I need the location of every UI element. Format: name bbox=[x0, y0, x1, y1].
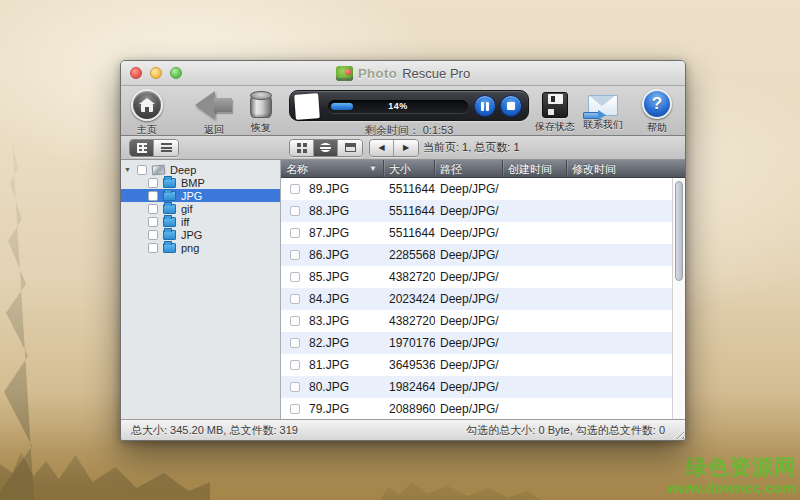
row-checkbox[interactable] bbox=[290, 228, 300, 238]
table-row[interactable]: 79.JPG 2088960 Deep/JPG/ bbox=[281, 398, 685, 419]
table-row[interactable]: 89.JPG 5511644 Deep/JPG/ bbox=[281, 178, 685, 200]
pause-button[interactable] bbox=[474, 95, 496, 117]
file-path: Deep/JPG/ bbox=[435, 248, 503, 262]
column-header-modified[interactable]: 修改时间 bbox=[567, 160, 685, 177]
file-path: Deep/JPG/ bbox=[435, 358, 503, 372]
drive-icon bbox=[152, 164, 166, 175]
tree-item-bmp[interactable]: BMP bbox=[121, 176, 280, 189]
folder-tree-panel[interactable]: ▼ Deep BMP JPG gif bbox=[121, 160, 281, 419]
tree-item-gif[interactable]: gif bbox=[121, 202, 280, 215]
file-name: 88.JPG bbox=[309, 204, 349, 218]
tree-item-label: JPG bbox=[181, 229, 202, 241]
table-row[interactable]: 84.JPG 2023424 Deep/JPG/ bbox=[281, 288, 685, 310]
row-checkbox[interactable] bbox=[290, 184, 300, 194]
scrollbar-thumb[interactable] bbox=[675, 181, 683, 281]
tree-item-jpg2[interactable]: JPG bbox=[121, 228, 280, 241]
column-header-path[interactable]: 路径 bbox=[435, 160, 503, 177]
row-checkbox[interactable] bbox=[290, 382, 300, 392]
status-bar: 总大小: 345.20 MB, 总文件数: 319 勾选的总大小: 0 Byte… bbox=[121, 419, 685, 440]
table-row[interactable]: 85.JPG 4382720 Deep/JPG/ bbox=[281, 266, 685, 288]
file-name: 85.JPG bbox=[309, 270, 349, 284]
resize-grip[interactable] bbox=[673, 428, 684, 439]
file-size: 2023424 bbox=[384, 292, 435, 306]
row-checkbox[interactable] bbox=[290, 294, 300, 304]
main-content: ▼ Deep BMP JPG gif bbox=[121, 160, 685, 419]
file-name: 80.JPG bbox=[309, 380, 349, 394]
grid-view-icon bbox=[297, 143, 307, 153]
tree-item-png[interactable]: png bbox=[121, 241, 280, 254]
file-name: 81.JPG bbox=[309, 358, 349, 372]
restore-button[interactable]: 恢复 bbox=[249, 86, 273, 135]
tree-checkbox[interactable] bbox=[148, 243, 158, 253]
save-state-button[interactable]: 保存状态 bbox=[535, 86, 575, 134]
tree-item-iff[interactable]: iff bbox=[121, 215, 280, 228]
row-checkbox[interactable] bbox=[290, 338, 300, 348]
help-question-icon: ? bbox=[642, 89, 672, 119]
tree-checkbox[interactable] bbox=[148, 217, 158, 227]
file-size: 1970176 bbox=[384, 336, 435, 350]
title-bar[interactable]: Photo Rescue Pro bbox=[121, 61, 685, 86]
save-state-label: 保存状态 bbox=[535, 120, 575, 134]
table-row[interactable]: 81.JPG 3649536 Deep/JPG/ bbox=[281, 354, 685, 376]
minimize-button[interactable] bbox=[150, 67, 162, 79]
table-row[interactable]: 87.JPG 5511644 Deep/JPG/ bbox=[281, 222, 685, 244]
vertical-scrollbar[interactable] bbox=[672, 178, 685, 419]
close-button[interactable] bbox=[130, 67, 142, 79]
help-label: 帮助 bbox=[647, 121, 667, 135]
home-button[interactable]: 主页 bbox=[131, 86, 163, 137]
tree-item-deep[interactable]: ▼ Deep bbox=[121, 163, 280, 176]
tree-checkbox[interactable] bbox=[148, 204, 158, 214]
prev-page-button[interactable]: ◀ bbox=[370, 140, 394, 156]
column-header-created[interactable]: 创建时间 bbox=[503, 160, 567, 177]
window-title: Photo Rescue Pro bbox=[336, 66, 470, 81]
file-path: Deep/JPG/ bbox=[435, 182, 503, 196]
tree-view-toggle[interactable] bbox=[130, 140, 154, 156]
contact-us-label: 联系我们 bbox=[583, 118, 623, 132]
tree-checkbox[interactable] bbox=[148, 230, 158, 240]
next-page-button[interactable]: ▶ bbox=[394, 140, 418, 156]
tree-checkbox[interactable] bbox=[137, 165, 147, 175]
row-checkbox[interactable] bbox=[290, 360, 300, 370]
help-button[interactable]: ? 帮助 bbox=[642, 86, 672, 135]
row-checkbox[interactable] bbox=[290, 206, 300, 216]
row-checkbox[interactable] bbox=[290, 316, 300, 326]
file-size: 5511644 bbox=[384, 182, 435, 196]
back-label: 返回 bbox=[204, 123, 224, 137]
row-checkbox[interactable] bbox=[290, 404, 300, 414]
column-header-size[interactable]: 大小 bbox=[384, 160, 435, 177]
back-button[interactable]: 返回 bbox=[193, 86, 235, 137]
thumbnail-view-toggle[interactable] bbox=[290, 140, 314, 156]
progress-bar: 14% bbox=[328, 100, 468, 113]
preview-view-toggle[interactable] bbox=[338, 140, 362, 156]
tree-item-jpg-selected[interactable]: JPG bbox=[121, 189, 280, 202]
file-size: 1982464 bbox=[384, 380, 435, 394]
zoom-button[interactable] bbox=[170, 67, 182, 79]
title-rest-text: Rescue Pro bbox=[402, 66, 470, 81]
preview-view-icon bbox=[345, 143, 356, 152]
list-view-toggle[interactable] bbox=[154, 140, 178, 156]
file-size: 3649536 bbox=[384, 358, 435, 372]
selected-size-label: 勾选的总大小: 0 Byte, 勾选的总文件数: 0 bbox=[466, 423, 665, 438]
tree-checkbox[interactable] bbox=[148, 191, 158, 201]
table-row[interactable]: 86.JPG 2285568 Deep/JPG/ bbox=[281, 244, 685, 266]
tree-checkbox[interactable] bbox=[148, 178, 158, 188]
table-row[interactable]: 82.JPG 1970176 Deep/JPG/ bbox=[281, 332, 685, 354]
file-size: 2088960 bbox=[384, 402, 435, 416]
column-header-name[interactable]: 名称 ▼ bbox=[281, 160, 384, 177]
page-nav-segment: ◀ ▶ bbox=[369, 139, 419, 157]
file-path: Deep/JPG/ bbox=[435, 270, 503, 284]
disclosure-triangle-icon[interactable]: ▼ bbox=[124, 166, 132, 173]
contact-us-button[interactable]: 联系我们 bbox=[583, 86, 623, 132]
row-checkbox[interactable] bbox=[290, 250, 300, 260]
detail-list-icon bbox=[320, 143, 331, 152]
sub-toolbar: ◀ ▶ 当前页: 1, 总页数: 1 bbox=[121, 136, 685, 160]
table-row[interactable]: 88.JPG 5511644 Deep/JPG/ bbox=[281, 200, 685, 222]
file-size: 5511644 bbox=[384, 226, 435, 240]
file-name: 82.JPG bbox=[309, 336, 349, 350]
detail-list-toggle[interactable] bbox=[314, 140, 338, 156]
stop-button[interactable] bbox=[500, 95, 522, 117]
table-row[interactable]: 83.JPG 4382720 Deep/JPG/ bbox=[281, 310, 685, 332]
table-row[interactable]: 80.JPG 1982464 Deep/JPG/ bbox=[281, 376, 685, 398]
file-path: Deep/JPG/ bbox=[435, 226, 503, 240]
row-checkbox[interactable] bbox=[290, 272, 300, 282]
